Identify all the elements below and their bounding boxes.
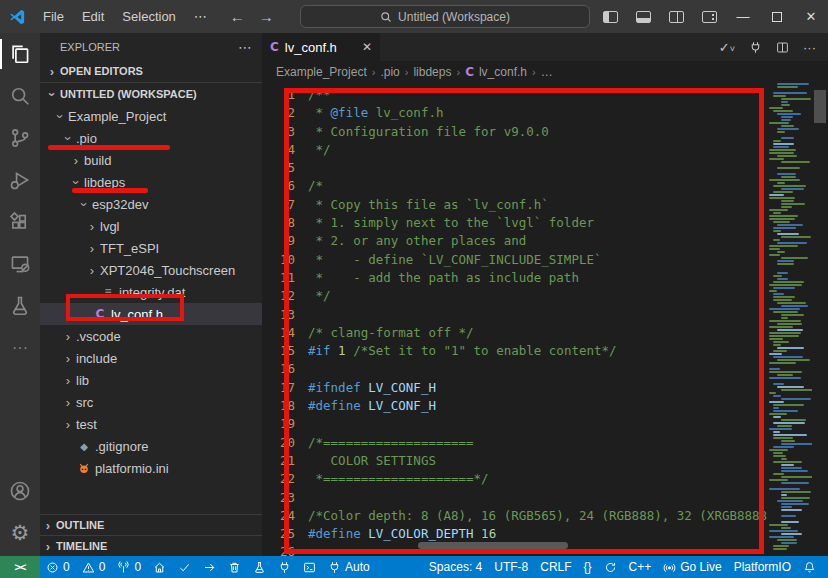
- home-status-item[interactable]: [147, 556, 172, 578]
- code-line-5[interactable]: 5: [262, 159, 767, 177]
- toggle-secondary-sidebar-icon[interactable]: [669, 11, 684, 23]
- breadcrumb-item[interactable]: .pio: [380, 65, 399, 79]
- folder-item-test[interactable]: ›test: [40, 413, 262, 435]
- run-check-icon[interactable]: ✓˅: [719, 40, 735, 55]
- editor-content[interactable]: 1/**2 * @file lv_conf.h3 * Configuration…: [262, 83, 828, 556]
- breadcrumb-item[interactable]: …: [541, 65, 553, 79]
- code-line-25[interactable]: 25#define LV_COLOR_DEPTH 16: [262, 525, 767, 543]
- tab-close-icon[interactable]: ✕: [362, 40, 372, 54]
- customize-layout-icon[interactable]: [702, 11, 717, 23]
- code-line-8[interactable]: 8 * 1. simply next to the `lvgl` folder: [262, 214, 767, 232]
- code-line-14[interactable]: 14/* clang-format off */: [262, 324, 767, 342]
- extensions-icon[interactable]: [0, 201, 40, 243]
- split-editor-icon[interactable]: [776, 41, 789, 54]
- remote-indicator[interactable]: ><: [0, 556, 40, 578]
- account-icon[interactable]: [0, 470, 40, 512]
- plug-status-item[interactable]: Auto: [322, 556, 376, 578]
- search-icon[interactable]: [0, 75, 40, 117]
- folder-item-untitled-workspace-[interactable]: ›UNTITLED (WORKSPACE): [40, 83, 262, 105]
- folder-item-xpt2046-touchscreen[interactable]: ›XPT2046_Touchscreen: [40, 259, 262, 281]
- breadcrumb[interactable]: Example_Project›.pio›libdeps›Clv_conf.h›…: [262, 61, 828, 83]
- folder-item-libdeps[interactable]: ›libdeps: [40, 171, 262, 193]
- file-item-integrity-dat[interactable]: ≡integrity.dat: [40, 281, 262, 303]
- code-line-3[interactable]: 3 * Configuration file for v9.0.0: [262, 123, 767, 141]
- sync-status-item[interactable]: [598, 556, 623, 578]
- code-line-15[interactable]: 15#if 1 /*Set it to "1" to enable conten…: [262, 342, 767, 360]
- toggle-sidebar-icon[interactable]: [603, 11, 618, 23]
- error-status-item[interactable]: 0: [40, 556, 76, 578]
- code-line-13[interactable]: 13: [262, 306, 767, 324]
- folder-item-tft-espi[interactable]: ›TFT_eSPI: [40, 237, 262, 259]
- sidebar-more-actions-icon[interactable]: ⋯: [238, 39, 252, 55]
- code-line-19[interactable]: 19: [262, 415, 767, 433]
- code-line-10[interactable]: 10 * - define `LV_CONF_INCLUDE_SIMPLE`: [262, 251, 767, 269]
- code-line-23[interactable]: 23: [262, 489, 767, 507]
- more-icon[interactable]: ···: [0, 327, 40, 369]
- terminal-status-item[interactable]: [297, 556, 322, 578]
- check-status-item[interactable]: [172, 556, 197, 578]
- code-line-17[interactable]: 17#ifndef LV_CONF_H: [262, 379, 767, 397]
- scrollbar-thumb[interactable]: [814, 90, 826, 123]
- folder-item--vscode[interactable]: ›.vscode: [40, 325, 262, 347]
- status-item-platformio[interactable]: PlatformIO: [728, 556, 797, 578]
- code-line-2[interactable]: 2 * @file lv_conf.h: [262, 104, 767, 122]
- code-line-18[interactable]: 18#define LV_CONF_H: [262, 397, 767, 415]
- bell-status-item[interactable]: [797, 556, 822, 578]
- code-line-12[interactable]: 12 */: [262, 287, 767, 305]
- code-line-11[interactable]: 11 * - add the path as include path: [262, 269, 767, 287]
- more-actions-icon[interactable]: ···: [803, 40, 816, 55]
- timeline-section-header[interactable]: › TIMELINE: [40, 535, 262, 556]
- remote-explorer-icon[interactable]: [0, 243, 40, 285]
- minimap[interactable]: [767, 83, 812, 556]
- code-line-24[interactable]: 24/*Color depth: 8 (A8), 16 (RGB565), 24…: [262, 507, 767, 525]
- tab-lv-conf-h[interactable]: C lv_conf.h ✕: [262, 33, 380, 61]
- breadcrumb-item[interactable]: libdeps: [413, 65, 451, 79]
- code-line-16[interactable]: 16: [262, 360, 767, 378]
- code-line-9[interactable]: 9 * 2. or any other places and: [262, 232, 767, 250]
- status-item-crlf[interactable]: CRLF: [534, 556, 577, 578]
- folder-item-esp32dev[interactable]: ›esp32dev: [40, 193, 262, 215]
- command-center-search[interactable]: Untitled (Workspace): [300, 5, 590, 28]
- file-item-lv-conf-h[interactable]: Clv_conf.h: [40, 303, 262, 325]
- folder-item-lib[interactable]: ›lib: [40, 369, 262, 391]
- code-line-1[interactable]: 1/**: [262, 86, 767, 104]
- menu-item-selection[interactable]: Selection: [113, 0, 184, 33]
- code-line-20[interactable]: 20/*====================: [262, 434, 767, 452]
- flask-status-item[interactable]: [247, 556, 272, 578]
- folder-item--pio[interactable]: ›.pio: [40, 127, 262, 149]
- settings-icon[interactable]: ⚙: [0, 512, 40, 554]
- status-item-spaces-4[interactable]: Spaces: 4: [423, 556, 488, 578]
- file-item-platformio-ini[interactable]: platformio.ini: [40, 457, 262, 479]
- folder-item-src[interactable]: ›src: [40, 391, 262, 413]
- arrow-right-status-item[interactable]: [197, 556, 222, 578]
- code-line-7[interactable]: 7 * Copy this file as `lv_conf.h`: [262, 196, 767, 214]
- menu-item-file[interactable]: File: [34, 0, 73, 33]
- outline-section-header[interactable]: › OUTLINE: [40, 514, 262, 535]
- close-button[interactable]: ✕: [794, 0, 828, 33]
- code-line-21[interactable]: 21 COLOR SETTINGS: [262, 452, 767, 470]
- minimize-button[interactable]: —: [726, 0, 760, 33]
- maximize-button[interactable]: [760, 0, 794, 33]
- flask-icon[interactable]: [0, 285, 40, 327]
- run-debug-icon[interactable]: [0, 159, 40, 201]
- status-item-c++[interactable]: C++: [623, 556, 658, 578]
- menu-item-more[interactable]: ⋯: [185, 0, 216, 33]
- file-item--gitignore[interactable]: ◆.gitignore: [40, 435, 262, 457]
- warning-status-item[interactable]: 0: [76, 556, 112, 578]
- code-line-6[interactable]: 6/*: [262, 177, 767, 195]
- files-icon[interactable]: [0, 33, 40, 75]
- toggle-panel-icon[interactable]: [636, 11, 651, 23]
- folder-item-lvgl[interactable]: ›lvgl: [40, 215, 262, 237]
- source-control-icon[interactable]: [0, 117, 40, 159]
- breadcrumb-item[interactable]: Example_Project: [276, 65, 367, 79]
- trash-status-item[interactable]: [222, 556, 247, 578]
- code-line-4[interactable]: 4 */: [262, 141, 767, 159]
- editor-scrollbar[interactable]: [812, 83, 828, 556]
- folder-item-open-editors[interactable]: ›OPEN EDITORS: [40, 60, 262, 82]
- folder-item-build[interactable]: ›build: [40, 149, 262, 171]
- status-item-utf-8[interactable]: UTF-8: [488, 556, 534, 578]
- menu-item-edit[interactable]: Edit: [73, 0, 113, 33]
- folder-item-example-project[interactable]: ›Example_Project: [40, 105, 262, 127]
- antenna-status-item[interactable]: 0: [111, 556, 147, 578]
- horizontal-scrollbar-thumb[interactable]: [418, 542, 568, 549]
